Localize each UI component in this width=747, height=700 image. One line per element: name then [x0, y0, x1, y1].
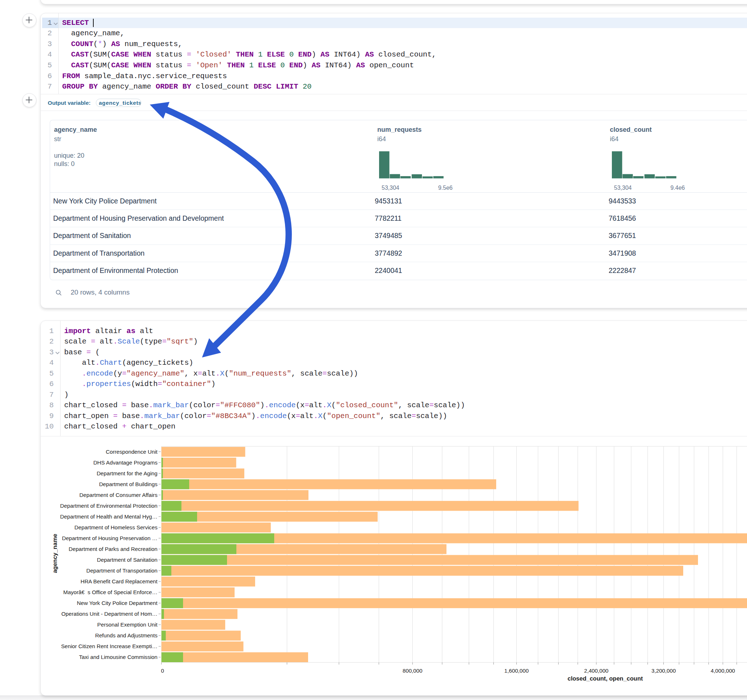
svg-text:HRA Benefit Card Replacement: HRA Benefit Card Replacement — [80, 578, 157, 584]
svg-text:DHS Advantage Programs: DHS Advantage Programs — [93, 459, 158, 466]
svg-text:agency_name: agency_name — [51, 534, 58, 573]
svg-text:New York City Police Departmen: New York City Police Department — [77, 600, 157, 606]
svg-text:Refunds and Adjustments: Refunds and Adjustments — [95, 632, 157, 638]
svg-text:Department of Transportation: Department of Transportation — [86, 567, 157, 573]
svg-text:Operations Unit - Department o: Operations Unit - Department of Hom… — [61, 611, 157, 617]
svg-text:1,600,000: 1,600,000 — [505, 668, 529, 674]
svg-text:Mayorâ€ s Office of Special E: Mayorâ€ s Office of Special Enforce… — [64, 589, 157, 595]
svg-text:2,400,000: 2,400,000 — [584, 668, 609, 674]
svg-text:Taxi and Limousine Commission: Taxi and Limousine Commission — [79, 654, 157, 660]
svg-text:Personal Exemption Unit: Personal Exemption Unit — [97, 622, 158, 628]
svg-text:Department of Environmental Pr: Department of Environmental Protection — [60, 503, 157, 509]
svg-text:Department of Health and Menta: Department of Health and Mental Hyg… — [60, 513, 157, 520]
svg-text:Department of Homeless Service: Department of Homeless Services — [75, 524, 158, 530]
svg-text:4,000,000: 4,000,000 — [711, 668, 735, 674]
svg-text:Department for the Aging: Department for the Aging — [97, 470, 157, 477]
svg-text:0: 0 — [161, 668, 164, 674]
svg-text:Department of Parks and Recrea: Department of Parks and Recreation — [68, 546, 157, 552]
svg-text:Department of Housing Preserva: Department of Housing Preservation … — [62, 535, 157, 541]
svg-text:Senior Citizen Rent Increase E: Senior Citizen Rent Increase Exempti… — [61, 643, 157, 649]
svg-text:closed_count, open_count: closed_count, open_count — [567, 675, 643, 682]
svg-text:Department of Consumer Affairs: Department of Consumer Affairs — [79, 492, 157, 498]
svg-text:Correspondence Unit: Correspondence Unit — [106, 449, 157, 455]
svg-text:Department of Sanitation: Department of Sanitation — [97, 557, 157, 563]
svg-text:3,200,000: 3,200,000 — [652, 668, 676, 674]
svg-text:800,000: 800,000 — [402, 668, 422, 674]
svg-text:Department of Buildings: Department of Buildings — [99, 481, 157, 487]
